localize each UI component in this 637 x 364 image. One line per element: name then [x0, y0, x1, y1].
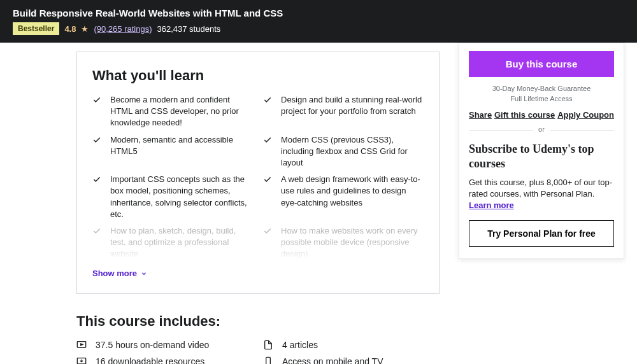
mobile-icon: [263, 356, 273, 364]
check-icon: [92, 136, 101, 144]
subscribe-desc: Get this course, plus 8,000+ of our top-…: [459, 177, 624, 221]
star-icon: ★: [81, 24, 89, 34]
wyl-item: Modern CSS (previous CSS3), including fl…: [263, 134, 424, 169]
wyl-item: Modern, semantic and accessible HTML5: [92, 134, 253, 169]
check-icon: [263, 227, 272, 235]
wyl-item: Design and build a stunning real-world p…: [263, 94, 424, 129]
or-text: or: [533, 125, 550, 133]
try-plan-button[interactable]: Try Personal Plan for free: [469, 220, 614, 247]
check-icon: [263, 136, 272, 144]
check-icon: [263, 175, 272, 184]
course-title: Build Responsive Real-World Websites wit…: [13, 8, 624, 18]
students-count: 362,437 students: [157, 24, 221, 34]
lifetime-text: Full Lifetime Access: [459, 95, 624, 102]
includes-item: Access on mobile and TV: [263, 356, 440, 364]
check-icon: [92, 175, 101, 184]
includes-item: 16 downloadable resources: [76, 356, 253, 364]
includes-title: This course includes:: [76, 313, 440, 330]
fade-overlay: [92, 241, 424, 260]
wyl-item: Become a modern and confident HTML and C…: [92, 94, 253, 129]
includes-grid: 37.5 hours on-demand video 4 articles 16…: [76, 340, 440, 364]
includes-item: 4 articles: [263, 340, 440, 350]
purchase-sidebar: Buy this course 30-Day Money-Back Guaran…: [459, 43, 624, 259]
subscribe-title: Subscribe to Udemy's top courses: [459, 130, 624, 177]
check-icon: [92, 95, 101, 104]
learn-more-link[interactable]: Learn more: [469, 200, 514, 210]
guarantee-text: 30-Day Money-Back Guarantee: [459, 85, 624, 92]
gift-link[interactable]: Gift this course: [494, 110, 555, 120]
check-icon: [92, 227, 101, 235]
download-icon: [76, 356, 87, 364]
share-link[interactable]: Share: [469, 110, 492, 120]
coupon-link[interactable]: Apply Coupon: [557, 110, 614, 120]
show-more-button[interactable]: Show more: [92, 269, 424, 278]
check-icon: [263, 95, 272, 104]
buy-button[interactable]: Buy this course: [469, 51, 614, 77]
wyl-item: A web design framework with easy-to-use …: [263, 174, 424, 220]
chevron-down-icon: [141, 270, 147, 277]
video-icon: [76, 340, 87, 350]
course-meta: Bestseller 4.8 ★ (90,265 ratings) 362,43…: [13, 22, 624, 35]
wyl-item: Important CSS concepts such as the box m…: [92, 174, 253, 220]
file-icon: [263, 340, 273, 350]
wyl-title: What you'll learn: [92, 67, 424, 84]
course-header: Build Responsive Real-World Websites wit…: [0, 0, 637, 43]
svg-rect-3: [266, 358, 271, 364]
divider: or: [469, 130, 614, 130]
rating-value: 4.8: [64, 24, 76, 34]
what-youll-learn-box: What you'll learn Become a modern and co…: [76, 52, 440, 294]
bestseller-badge: Bestseller: [13, 22, 59, 35]
ratings-link[interactable]: (90,265 ratings): [94, 24, 152, 34]
includes-item: 37.5 hours on-demand video: [76, 340, 253, 350]
svg-marker-1: [81, 344, 83, 346]
